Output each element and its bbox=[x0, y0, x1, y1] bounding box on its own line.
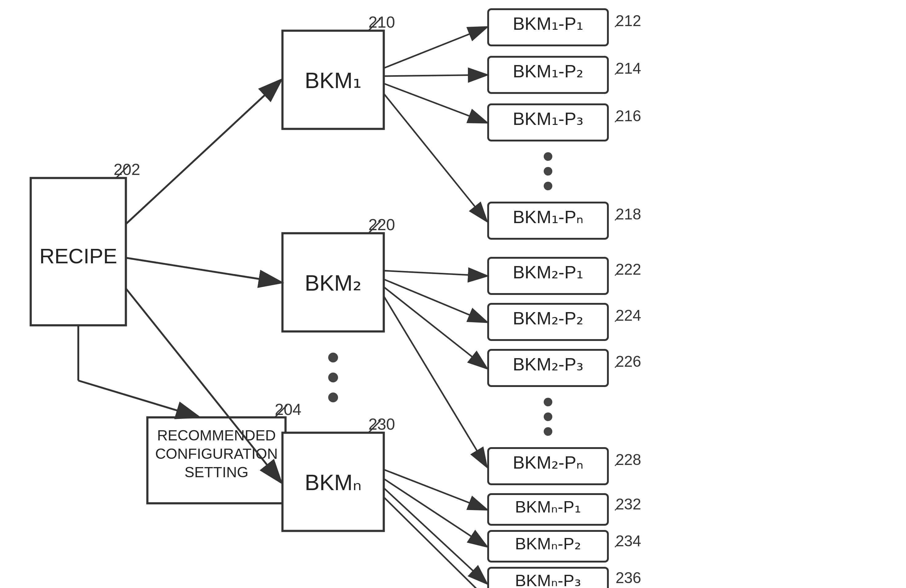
ref-226: 226 bbox=[616, 353, 641, 370]
ref-228: 228 bbox=[616, 451, 641, 468]
recipe-text: RECIPE bbox=[39, 244, 117, 268]
bkm2-pN-label: BKM₂-Pₙ bbox=[513, 453, 583, 472]
rec-line2: CONFIGURATION bbox=[155, 446, 278, 462]
bkm2-p2-label: BKM₂-P₂ bbox=[513, 308, 583, 328]
svg-point-40 bbox=[544, 427, 552, 436]
svg-point-24 bbox=[328, 353, 338, 362]
bkm1-p1-label: BKM₁-P₁ bbox=[513, 13, 583, 33]
svg-rect-18 bbox=[0, 0, 906, 588]
ref-214: 214 bbox=[616, 60, 641, 77]
ref-212: 212 bbox=[616, 12, 641, 29]
ref-222: 222 bbox=[616, 261, 641, 278]
ref-204: 204 bbox=[275, 400, 301, 418]
ref-210: 210 bbox=[368, 13, 395, 31]
bkm1-p3-label: BKM₁-P₃ bbox=[513, 108, 583, 129]
bkmN-p1-label: BKMₙ-P₁ bbox=[515, 497, 581, 516]
rec-line3: SETTING bbox=[185, 464, 248, 480]
svg-point-38 bbox=[544, 398, 552, 406]
bkmN-p2-label: BKMₙ-P₂ bbox=[515, 534, 581, 553]
bkm2-text: BKM₂ bbox=[305, 271, 361, 295]
svg-point-31 bbox=[544, 152, 552, 161]
main-diagram: RECIPE 202 RECOMMENDED CONFIGURATION SET… bbox=[0, 0, 906, 588]
ref-220: 220 bbox=[368, 216, 395, 234]
bkm2-p1-label: BKM₂-P₁ bbox=[513, 262, 583, 282]
ref-216: 216 bbox=[616, 107, 641, 124]
ref-232: 232 bbox=[616, 496, 641, 513]
bkm2-p3-label: BKM₂-P₃ bbox=[513, 354, 583, 374]
svg-point-33 bbox=[544, 182, 552, 190]
svg-point-26 bbox=[328, 392, 338, 402]
ref-224: 224 bbox=[616, 307, 641, 324]
bkm1-p2-label: BKM₁-P₂ bbox=[513, 61, 583, 81]
bkm1-pN-label: BKM₁-Pₙ bbox=[513, 207, 583, 227]
svg-point-39 bbox=[544, 413, 552, 421]
ref-230: 230 bbox=[368, 415, 395, 433]
ref-218: 218 bbox=[616, 206, 641, 223]
bkmN-p3-label: BKMₙ-P₃ bbox=[515, 571, 581, 588]
ref-234: 234 bbox=[616, 532, 641, 550]
svg-point-25 bbox=[328, 373, 338, 382]
bkm1-text: BKM₁ bbox=[305, 68, 361, 93]
bkmN-text: BKMₙ bbox=[305, 470, 361, 495]
ref-236: 236 bbox=[616, 569, 641, 586]
svg-point-32 bbox=[544, 167, 552, 175]
rec-line1: RECOMMENDED bbox=[157, 427, 276, 443]
